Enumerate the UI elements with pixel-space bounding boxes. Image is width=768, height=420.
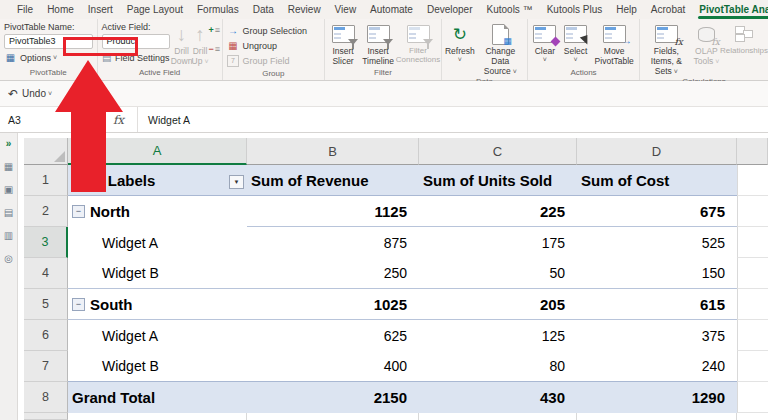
- select-button[interactable]: Select˅: [560, 21, 592, 64]
- cell-A4[interactable]: Widget B: [68, 258, 247, 289]
- tab-review[interactable]: Review: [281, 2, 328, 19]
- cell-A8[interactable]: Grand Total: [68, 382, 247, 413]
- row-header-1[interactable]: 1: [24, 165, 68, 196]
- cell-D8[interactable]: 1290: [577, 382, 737, 413]
- cell-E5[interactable]: [737, 289, 768, 320]
- ungroup-button[interactable]: ▦ Ungroup: [225, 38, 310, 53]
- cell-A6[interactable]: Widget A: [68, 320, 247, 351]
- cell-D3[interactable]: 525: [577, 227, 737, 258]
- row-header-4[interactable]: 4: [24, 258, 68, 289]
- insert-slicer-button[interactable]: Insert Slicer: [327, 21, 359, 66]
- row-header-3[interactable]: 3: [24, 227, 68, 258]
- find-pane-icon[interactable]: ◎: [4, 254, 13, 264]
- tab-data[interactable]: Data: [246, 2, 281, 19]
- form-pane-icon[interactable]: ▣: [4, 185, 13, 195]
- print-pane-icon[interactable]: ▤: [4, 208, 13, 218]
- formula-input[interactable]: Widget A: [138, 107, 768, 132]
- tab-developer[interactable]: Developer: [420, 2, 480, 19]
- cell-A7[interactable]: Widget B: [68, 351, 247, 382]
- cell-B7[interactable]: 400: [247, 351, 419, 382]
- cell-B2[interactable]: 1125: [247, 196, 419, 227]
- row-header-5[interactable]: 5: [24, 289, 68, 320]
- cell-D1[interactable]: Sum of Cost: [577, 165, 737, 196]
- cell-E1[interactable]: [737, 165, 768, 196]
- cell-E4[interactable]: [737, 258, 768, 289]
- undo-dropdown-caret-icon[interactable]: ˅: [48, 90, 52, 97]
- cell-B6[interactable]: 625: [247, 320, 419, 351]
- tab-kutools[interactable]: Kutools ™: [480, 2, 540, 19]
- cell-B1[interactable]: Sum of Revenue: [247, 165, 419, 196]
- clear-button[interactable]: Clear˅: [530, 21, 560, 64]
- tab-acrobat[interactable]: Acrobat: [644, 2, 692, 19]
- cell-B5[interactable]: 1025: [247, 289, 419, 320]
- cell-A5[interactable]: −South: [68, 289, 247, 320]
- row-header-2[interactable]: 2: [24, 196, 68, 227]
- refresh-button[interactable]: ↻ Refresh˅: [444, 21, 476, 64]
- cell-C9[interactable]: [419, 413, 577, 420]
- cell-A3[interactable]: Widget A: [68, 227, 247, 258]
- cell-B8[interactable]: 2150: [247, 382, 419, 413]
- cell-C3[interactable]: 175: [419, 227, 577, 258]
- cell-B9[interactable]: [247, 413, 419, 420]
- filter-connections-button[interactable]: Filter Connections: [397, 21, 439, 65]
- row-header-7[interactable]: 7: [24, 351, 68, 382]
- workbook-pane-icon[interactable]: ▦: [4, 162, 13, 172]
- cell-C1[interactable]: Sum of Units Sold: [419, 165, 577, 196]
- cell-C5[interactable]: 205: [419, 289, 577, 320]
- undo-button[interactable]: Undo: [22, 88, 46, 99]
- olap-tools-button[interactable]: fx OLAP Tools˅: [691, 21, 722, 66]
- row-labels-filter-button[interactable]: ▼: [229, 175, 244, 189]
- cell-E2[interactable]: [737, 196, 768, 227]
- tab-view[interactable]: View: [328, 2, 364, 19]
- relationships-button[interactable]: Relationships: [722, 21, 766, 55]
- cell-D9[interactable]: [577, 413, 737, 420]
- cell-C2[interactable]: 225: [419, 196, 577, 227]
- collapse-field-button[interactable]: −≡: [209, 43, 221, 56]
- tab-file[interactable]: File: [10, 2, 40, 19]
- change-data-source-button[interactable]: ▦ Change Data Source˅: [476, 21, 525, 76]
- tab-home[interactable]: Home: [40, 2, 81, 19]
- cell-E6[interactable]: [737, 320, 768, 351]
- cell-D2[interactable]: 675: [577, 196, 737, 227]
- group-selection-button[interactable]: → Group Selection: [225, 23, 310, 38]
- columns-pane-icon[interactable]: ▥: [4, 231, 13, 241]
- cell-E7[interactable]: [737, 351, 768, 382]
- cell-E9[interactable]: [737, 413, 768, 420]
- fields-items-sets-button[interactable]: fx Fields, Items, & Sets˅: [642, 21, 691, 76]
- tab-pivottable-analyze[interactable]: PivotTable Analyze: [692, 2, 768, 19]
- expand-pane-icon[interactable]: »: [6, 139, 12, 149]
- cell-E3[interactable]: [737, 227, 768, 258]
- row-header-6[interactable]: 6: [24, 320, 68, 351]
- move-pivottable-button[interactable]: → Move PivotTable: [591, 21, 637, 66]
- cell-D6[interactable]: 375: [577, 320, 737, 351]
- cell-A2[interactable]: −North: [68, 196, 247, 227]
- column-header-b[interactable]: B: [247, 138, 419, 165]
- collapse-south-button[interactable]: −: [72, 298, 85, 311]
- tab-help[interactable]: Help: [609, 2, 644, 19]
- cell-C8[interactable]: 430: [419, 382, 577, 413]
- cell-C6[interactable]: 125: [419, 320, 577, 351]
- column-header-d[interactable]: D: [577, 138, 737, 165]
- cell-C7[interactable]: 80: [419, 351, 577, 382]
- tab-formulas[interactable]: Formulas: [190, 2, 246, 19]
- row-header-9[interactable]: [24, 413, 68, 420]
- cell-D7[interactable]: 240: [577, 351, 737, 382]
- cell-C4[interactable]: 50: [419, 258, 577, 289]
- cell-D5[interactable]: 615: [577, 289, 737, 320]
- select-all-corner[interactable]: [24, 138, 68, 165]
- group-field-button[interactable]: 7 Group Field: [225, 53, 310, 68]
- tab-insert[interactable]: Insert: [81, 2, 120, 19]
- tab-kutools-plus[interactable]: Kutools Plus: [540, 2, 610, 19]
- column-header-c[interactable]: C: [419, 138, 577, 165]
- cell-B4[interactable]: 250: [247, 258, 419, 289]
- cell-D4[interactable]: 150: [577, 258, 737, 289]
- insert-timeline-button[interactable]: Insert Timeline: [359, 21, 397, 66]
- tab-automate[interactable]: Automate: [363, 2, 420, 19]
- column-header-e[interactable]: [737, 138, 768, 165]
- tab-page-layout[interactable]: Page Layout: [120, 2, 190, 19]
- cell-A9[interactable]: [68, 413, 247, 420]
- drill-up-button[interactable]: ↑ Drill Up˅: [192, 21, 209, 66]
- cell-B3[interactable]: 875: [247, 227, 419, 258]
- expand-field-button[interactable]: +≡: [209, 24, 221, 37]
- cell-E8[interactable]: [737, 382, 768, 413]
